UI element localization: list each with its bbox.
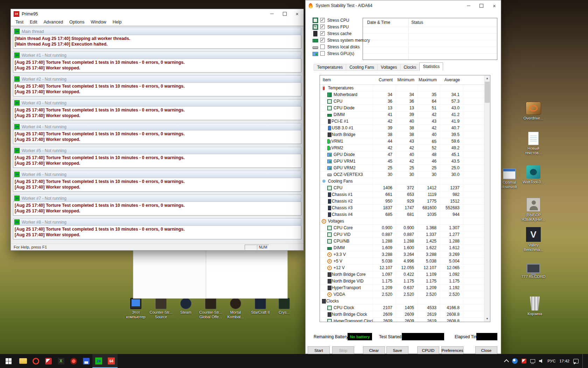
worker-caption-bar[interactable]: 24 Worker #7 - Not running — [13, 195, 301, 202]
taskbar-app-button[interactable] — [80, 354, 92, 368]
worker-caption-bar[interactable]: 24 Worker #5 - Not running — [13, 147, 301, 154]
col-minimum[interactable]: Minimum — [396, 77, 418, 82]
desktop-shortcut[interactable]: Crys... — [268, 298, 300, 315]
stats-row[interactable]: Chassis #1 661 653 1119 982 — [320, 191, 490, 198]
stats-row[interactable]: Chassis #2 950 929 1775 1512 — [320, 198, 490, 205]
menu-item[interactable]: Help — [110, 20, 125, 25]
worker-caption-bar[interactable]: 24 Worker #4 - Not running — [13, 123, 301, 130]
menu-item[interactable]: Test — [12, 20, 27, 25]
taskbar-app-button[interactable]: 64 — [105, 354, 118, 368]
desktop-icon[interactable]: V Valley Benchma... — [520, 227, 547, 252]
stop-button[interactable]: Stop — [332, 346, 354, 354]
stats-row[interactable]: North Bridge Core 1.097 0.422 1.109 1.09… — [320, 271, 490, 278]
worker-caption-bar[interactable]: 24 Worker #1 - Not running — [13, 52, 301, 59]
tray-app-red-icon[interactable] — [522, 359, 526, 363]
taskbar-app-button[interactable]: 24 — [92, 354, 105, 368]
prime95-titlebar[interactable]: 24 Prime95 × — [11, 9, 303, 19]
stats-row[interactable]: +12 V 12.107 12.055 12.107 12.065 — [320, 265, 490, 271]
network-icon[interactable] — [530, 359, 535, 363]
taskbar-app-button[interactable] — [17, 354, 29, 368]
stats-row[interactable]: +5 V 5.038 4.996 5.038 5.004 — [320, 258, 490, 265]
scroll-up-button[interactable]: ▲ — [484, 75, 490, 81]
stress-checkbox[interactable] — [320, 38, 325, 42]
col-item[interactable]: Item — [320, 77, 373, 82]
preferences-button[interactable]: Preferences — [441, 346, 463, 354]
speaker-icon[interactable] — [539, 359, 544, 363]
stats-row[interactable]: North Bridge 38 38 40 39.5 — [320, 131, 490, 138]
desktop-icon[interactable]: (ВЫБОР ЯЗЫКА)Не!... — [520, 198, 547, 222]
col-average[interactable]: Average — [440, 77, 463, 82]
scrollbar-thumb[interactable] — [485, 82, 490, 103]
stress-checkbox[interactable] — [320, 45, 325, 49]
worker-caption-bar[interactable]: 24 Worker #8 - Not running — [13, 218, 301, 226]
stats-row[interactable]: USB 3.0 #1 39 38 42 40.7 — [320, 125, 490, 131]
stats-row[interactable]: VRM1 44 43 65 59.6 — [320, 138, 490, 145]
desktop-icon[interactable]: Корзина — [522, 297, 548, 316]
aida64-titlebar[interactable]: System Stability Test - AIDA64 × — [306, 0, 501, 11]
stats-row[interactable]: Chassis #3 1837 1747 681600 552683 — [320, 205, 490, 211]
worker-caption-bar[interactable]: 24 Worker #6 - Not running — [13, 171, 301, 178]
stats-row[interactable]: VDDA 2.520 2.520 2.520 2.520 — [320, 291, 490, 298]
close-action-button[interactable]: Close — [475, 346, 497, 354]
col-maximum[interactable]: Maximum — [418, 77, 440, 82]
stats-row[interactable]: CPU Clock 2107 1405 4533 4166.8 — [320, 305, 490, 311]
desktop-icon[interactable]: Новый текстов... — [520, 132, 547, 155]
menu-item[interactable]: Edit — [27, 20, 41, 25]
scroll-down-button[interactable]: ▼ — [484, 316, 490, 322]
tab[interactable]: Voltages — [377, 64, 400, 71]
notification-center-icon[interactable] — [573, 359, 579, 363]
taskbar-app-button[interactable] — [29, 354, 42, 368]
language-indicator[interactable]: РУС — [547, 359, 555, 363]
stats-row[interactable]: CPU/NB 1.288 1.288 1.425 1.288 — [320, 238, 490, 245]
tab[interactable]: Cooling Fans — [346, 64, 378, 71]
prime95-minimize-button[interactable] — [266, 9, 278, 19]
vertical-scrollbar[interactable]: ▲ ▼ — [484, 75, 490, 322]
desktop-icon[interactable]: Overdrive... — [520, 102, 547, 121]
desktop-icon[interactable]: WattTool-0... — [520, 165, 547, 184]
stats-row[interactable]: Voltages — [320, 218, 490, 225]
stats-row[interactable]: Temperatures — [320, 85, 490, 91]
tray-app-blue-icon[interactable] — [512, 358, 518, 364]
aida64-maximize-button[interactable] — [475, 0, 488, 11]
worker-caption-bar[interactable]: 24 Worker #2 - Not running — [13, 75, 301, 83]
desktop-icon[interactable]: 777 RECORD — [520, 262, 547, 279]
stats-row[interactable]: Chassis #4 685 681 1035 944 — [320, 211, 490, 218]
start-button[interactable]: Start — [308, 346, 330, 354]
stats-row[interactable]: CPU 36 36 64 57.3 — [320, 98, 490, 105]
taskbar-app-button[interactable]: X — [55, 354, 67, 368]
events-col-status[interactable]: Status — [408, 20, 423, 25]
worker-caption-bar[interactable]: 24 Main thread — [13, 28, 301, 35]
menu-item[interactable]: Options — [66, 20, 88, 25]
stats-row[interactable]: HyperTransport Clock 2609 2609 2619 2608… — [320, 318, 490, 322]
tab[interactable]: Temperatures — [314, 64, 346, 71]
stats-row[interactable]: PCI-E #1 42 40 43 41.9 — [320, 118, 490, 125]
stats-row[interactable]: GPU VRM1 45 42 46 43.5 — [320, 158, 490, 165]
prime95-close-button[interactable]: × — [291, 9, 303, 19]
save-button[interactable]: Save — [386, 346, 408, 354]
prime95-maximize-button[interactable] — [278, 9, 291, 19]
stress-checkbox[interactable] — [320, 25, 325, 29]
tab[interactable]: Clocks — [400, 64, 420, 71]
stats-row[interactable]: CPU Diode 13 13 51 43.0 — [320, 105, 490, 111]
taskbar-app-button[interactable] — [42, 354, 55, 368]
taskbar-app-button[interactable] — [67, 354, 80, 368]
menu-item[interactable]: Advanced — [40, 20, 66, 25]
stats-row[interactable]: OCZ-VERTEX3 30 30 30 30.0 — [320, 171, 490, 178]
stats-row[interactable]: +3.3 V 3.288 3.264 3.288 3.269 — [320, 251, 490, 258]
stress-checkbox[interactable] — [320, 31, 325, 36]
worker-caption-bar[interactable]: 24 Worker #3 - Not running — [13, 99, 301, 107]
menu-item[interactable]: Window — [88, 20, 109, 25]
aida64-close-button[interactable]: × — [488, 0, 501, 11]
stress-checkbox[interactable] — [320, 51, 325, 56]
stats-row[interactable]: CPU Core 0.900 0.900 1.368 1.307 — [320, 225, 490, 231]
stress-checkbox[interactable] — [320, 18, 325, 22]
clear-button[interactable]: Clear — [363, 346, 385, 354]
col-current[interactable]: Current — [373, 77, 396, 82]
tray-chevron-up-icon[interactable] — [504, 359, 509, 364]
tab[interactable]: Statistics — [419, 62, 443, 71]
stats-row[interactable]: GPU Diode 47 40 48 45.1 — [320, 151, 490, 158]
clock[interactable]: 17:42 — [559, 359, 569, 363]
stats-row[interactable]: DIMM 1.609 1.600 1.622 1.612 — [320, 245, 490, 251]
stats-row[interactable]: DIMM 41 39 42 41.2 — [320, 111, 490, 118]
start-button-taskbar[interactable] — [0, 354, 17, 368]
